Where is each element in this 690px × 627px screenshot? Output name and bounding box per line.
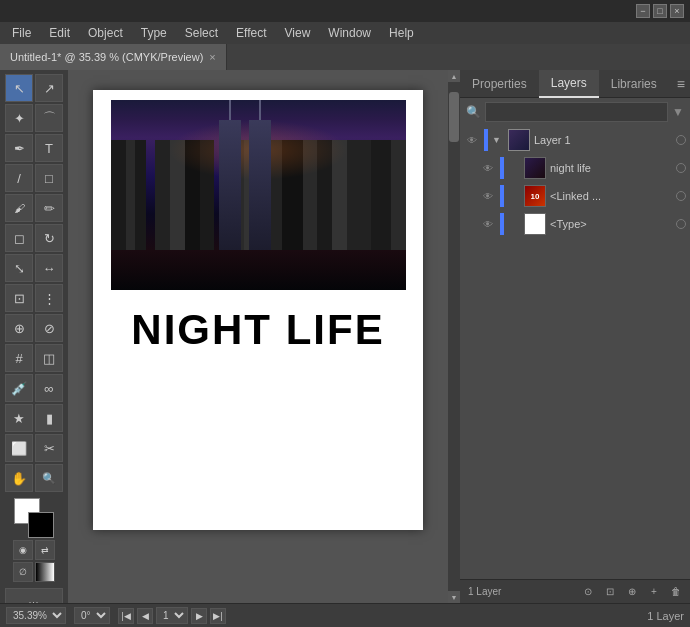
bar-graph-tool[interactable]: ▮ bbox=[35, 404, 63, 432]
menu-help[interactable]: Help bbox=[381, 24, 422, 42]
list-item[interactable]: 👁 night life bbox=[460, 154, 690, 182]
scroll-area[interactable]: NIGHT LIFE bbox=[68, 70, 448, 603]
direct-selection-tool[interactable]: ↗ bbox=[35, 74, 63, 102]
selection-tool[interactable]: ↖ bbox=[5, 74, 33, 102]
canvas-vertical-scrollbar[interactable]: ▲ ▼ bbox=[448, 70, 460, 603]
first-page-button[interactable]: |◀ bbox=[118, 608, 134, 624]
width-tool[interactable]: ↔ bbox=[35, 254, 63, 282]
shape-builder-tool[interactable]: ⊕ bbox=[5, 314, 33, 342]
layers-search: 🔍 ▼ bbox=[460, 98, 690, 126]
delete-layer-button[interactable]: 🗑 bbox=[666, 583, 686, 601]
tower-right bbox=[249, 120, 271, 260]
angle-control: 0° bbox=[74, 607, 110, 624]
layer1-expand-icon[interactable]: ▼ bbox=[492, 135, 504, 145]
layers-search-input[interactable] bbox=[485, 102, 668, 122]
search-icon: 🔍 bbox=[466, 105, 481, 119]
scroll-down-arrow[interactable]: ▼ bbox=[448, 591, 460, 603]
list-item[interactable]: 👁 10 <Linked ... bbox=[460, 182, 690, 210]
tab-properties[interactable]: Properties bbox=[460, 70, 539, 98]
angle-select[interactable]: 0° bbox=[74, 607, 110, 624]
pencil-tool[interactable]: ✏ bbox=[35, 194, 63, 222]
symbol-sprayer-tool[interactable]: ★ bbox=[5, 404, 33, 432]
more-tools-button[interactable]: ··· bbox=[5, 588, 63, 603]
window-controls[interactable]: − □ × bbox=[636, 4, 684, 18]
perspective-tool[interactable]: ⋮ bbox=[35, 284, 63, 312]
rectangle-tool[interactable]: □ bbox=[35, 164, 63, 192]
panel-menu-button[interactable]: ≡ bbox=[669, 76, 690, 92]
eraser-tool[interactable]: ◻ bbox=[5, 224, 33, 252]
scroll-handle[interactable] bbox=[449, 92, 459, 142]
live-paint-tool[interactable]: ⊘ bbox=[35, 314, 63, 342]
tab-layers[interactable]: Layers bbox=[539, 70, 599, 98]
hand-tool[interactable]: ✋ bbox=[5, 464, 33, 492]
type-target-icon[interactable] bbox=[676, 219, 686, 229]
type-eye-icon[interactable]: 👁 bbox=[480, 216, 496, 232]
paintbrush-tool[interactable]: 🖌 bbox=[5, 194, 33, 222]
rotate-tool[interactable]: ↻ bbox=[35, 224, 63, 252]
slice-tool[interactable]: ✂ bbox=[35, 434, 63, 462]
tool-row-nav: ✋ 🔍 bbox=[5, 464, 63, 492]
list-item[interactable]: 👁 <Type> bbox=[460, 210, 690, 238]
scale-tool[interactable]: ⤡ bbox=[5, 254, 33, 282]
none-icon[interactable]: ∅ bbox=[13, 562, 33, 582]
close-button[interactable]: × bbox=[670, 4, 684, 18]
tab-libraries[interactable]: Libraries bbox=[599, 70, 669, 98]
list-item[interactable]: 👁 ▼ Layer 1 bbox=[460, 126, 690, 154]
swap-colors-icon[interactable]: ⇄ bbox=[35, 540, 55, 560]
make-clipping-mask-button[interactable]: ⊡ bbox=[600, 583, 620, 601]
default-colors-icon[interactable]: ◉ bbox=[13, 540, 33, 560]
nightlife-eye-icon[interactable]: 👁 bbox=[480, 160, 496, 176]
pen-tool[interactable]: ✒ bbox=[5, 134, 33, 162]
small-icon-row: ◉ ⇄ bbox=[13, 540, 55, 560]
page-select[interactable]: 1 bbox=[156, 607, 188, 624]
prev-page-button[interactable]: ◀ bbox=[137, 608, 153, 624]
magic-wand-tool[interactable]: ✦ bbox=[5, 104, 33, 132]
linked-target-icon[interactable] bbox=[676, 191, 686, 201]
menu-edit[interactable]: Edit bbox=[41, 24, 78, 42]
menu-select[interactable]: Select bbox=[177, 24, 226, 42]
artboard-tool[interactable]: ⬜ bbox=[5, 434, 33, 462]
type-tool[interactable]: T bbox=[35, 134, 63, 162]
layer1-thumbnail bbox=[508, 129, 530, 151]
nightlife-target-icon[interactable] bbox=[676, 163, 686, 173]
zoom-tool[interactable]: 🔍 bbox=[35, 464, 63, 492]
swatch-stack[interactable] bbox=[14, 498, 54, 538]
last-page-button[interactable]: ▶| bbox=[210, 608, 226, 624]
type-color-bar bbox=[500, 213, 504, 235]
mesh-tool[interactable]: # bbox=[5, 344, 33, 372]
menu-type[interactable]: Type bbox=[133, 24, 175, 42]
layer1-eye-icon[interactable]: 👁 bbox=[464, 132, 480, 148]
layer1-target-icon[interactable] bbox=[676, 135, 686, 145]
lasso-tool[interactable]: ⌒ bbox=[35, 104, 63, 132]
gradient-tool[interactable]: ◫ bbox=[35, 344, 63, 372]
foreground-color-swatch[interactable] bbox=[28, 512, 54, 538]
menu-file[interactable]: File bbox=[4, 24, 39, 42]
scroll-up-arrow[interactable]: ▲ bbox=[448, 70, 460, 82]
gradient-swatch-icon[interactable] bbox=[35, 562, 55, 582]
artwork-image bbox=[111, 100, 406, 290]
free-transform-tool[interactable]: ⊡ bbox=[5, 284, 33, 312]
linked-eye-icon[interactable]: 👁 bbox=[480, 188, 496, 204]
menu-effect[interactable]: Effect bbox=[228, 24, 274, 42]
tab-close-button[interactable]: × bbox=[209, 51, 215, 63]
document-tab[interactable]: Untitled-1* @ 35.39 % (CMYK/Preview) × bbox=[0, 44, 227, 70]
restore-button[interactable]: □ bbox=[653, 4, 667, 18]
eyedropper-tool[interactable]: 💉 bbox=[5, 374, 33, 402]
blend-tool[interactable]: ∞ bbox=[35, 374, 63, 402]
tool-row-gradient: # ◫ bbox=[5, 344, 63, 372]
menu-window[interactable]: Window bbox=[320, 24, 379, 42]
menu-view[interactable]: View bbox=[277, 24, 319, 42]
menu-object[interactable]: Object bbox=[80, 24, 131, 42]
tool-row-selection: ↖ ↗ bbox=[5, 74, 63, 102]
page-nav: |◀ ◀ 1 ▶ ▶| bbox=[118, 607, 226, 624]
filter-icon[interactable]: ▼ bbox=[672, 105, 684, 119]
line-tool[interactable]: / bbox=[5, 164, 33, 192]
next-page-button[interactable]: ▶ bbox=[191, 608, 207, 624]
create-sublayer-button[interactable]: ⊕ bbox=[622, 583, 642, 601]
panel-status-text: 1 Layer bbox=[464, 586, 576, 597]
minimize-button[interactable]: − bbox=[636, 4, 650, 18]
locate-object-button[interactable]: ⊙ bbox=[578, 583, 598, 601]
create-new-layer-button[interactable]: + bbox=[644, 583, 664, 601]
scroll-track[interactable] bbox=[448, 82, 460, 591]
zoom-select[interactable]: 35.39% bbox=[6, 607, 66, 624]
